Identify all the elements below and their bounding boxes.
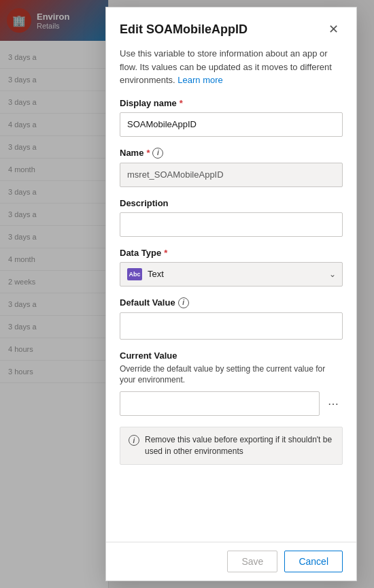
dialog-title: Edit SOAMobileAppID: [120, 22, 248, 37]
save-button[interactable]: Save: [227, 551, 277, 572]
description-input[interactable]: [120, 212, 343, 237]
data-type-field-group: Data Type * Abc Text ⌄: [120, 248, 343, 287]
description-field-group: Description: [120, 198, 343, 237]
learn-more-link[interactable]: Learn more: [177, 75, 222, 85]
info-banner: i Remove this value before exporting if …: [120, 427, 343, 465]
current-value-description: Override the default value by setting th…: [120, 363, 343, 387]
current-value-label: Current Value: [120, 350, 343, 361]
close-button[interactable]: ✕: [324, 20, 343, 39]
default-value-info-icon[interactable]: i: [178, 297, 189, 308]
name-label: Name * i: [120, 148, 343, 159]
dialog-body: Display name * Name * i Description Data: [106, 98, 356, 542]
data-type-label: Data Type *: [120, 248, 343, 258]
info-banner-text: Remove this value before exporting if it…: [145, 434, 334, 457]
name-required: *: [146, 148, 150, 158]
dialog-header: Edit SOAMobileAppID ✕: [106, 7, 356, 47]
display-name-field-group: Display name *: [120, 98, 343, 137]
dialog-footer: Save Cancel: [106, 542, 356, 581]
data-type-required: *: [164, 248, 167, 258]
default-value-field-group: Default Value i: [120, 297, 343, 340]
current-value-section: Current Value Override the default value…: [120, 350, 343, 416]
edit-variable-dialog: Edit SOAMobileAppID ✕ Use this variable …: [105, 7, 357, 581]
display-name-input[interactable]: [120, 112, 343, 137]
display-name-label: Display name *: [120, 98, 343, 108]
current-value-input[interactable]: [120, 391, 320, 416]
display-name-required: *: [180, 98, 183, 108]
current-value-input-wrapper: ⋯: [120, 391, 343, 416]
data-type-select[interactable]: Abc Text ⌄: [120, 262, 343, 287]
current-value-options-button[interactable]: ⋯: [324, 394, 343, 413]
cancel-button[interactable]: Cancel: [284, 551, 343, 572]
chevron-down-icon: ⌄: [329, 270, 336, 279]
description-label: Description: [120, 198, 343, 208]
default-value-input[interactable]: [120, 312, 343, 340]
data-type-value: Text: [148, 269, 164, 279]
dialog-description: Use this variable to store information a…: [106, 47, 356, 98]
default-value-label: Default Value i: [120, 297, 343, 308]
name-info-icon[interactable]: i: [152, 148, 163, 159]
name-field-group: Name * i: [120, 148, 343, 187]
text-type-icon: Abc: [127, 268, 142, 280]
info-banner-icon: i: [129, 435, 139, 446]
name-input: [120, 163, 343, 187]
data-type-select-wrapper: Abc Text ⌄: [120, 262, 343, 287]
